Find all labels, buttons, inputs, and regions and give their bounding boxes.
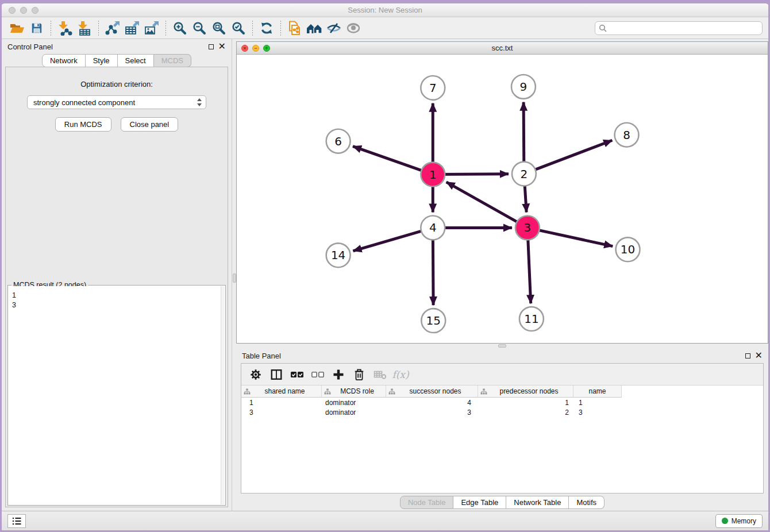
- tab-network-table[interactable]: Network Table: [506, 496, 569, 509]
- delete-table-icon: [374, 368, 387, 381]
- cell-mcds-role[interactable]: dominator: [322, 408, 386, 417]
- control-panel: Control Panel ✕ Network Style Select MCD…: [2, 39, 232, 511]
- import-table-button[interactable]: [75, 20, 94, 37]
- cell-predecessor-nodes[interactable]: 2: [478, 408, 573, 417]
- splitter-grip[interactable]: [498, 344, 506, 348]
- svg-text:10: 10: [621, 242, 635, 256]
- graph-node-4[interactable]: 4: [421, 215, 445, 240]
- tab-mcds[interactable]: MCDS: [154, 54, 191, 67]
- graph-node-3[interactable]: 3: [515, 215, 540, 240]
- close-panel-button[interactable]: Close panel: [121, 117, 179, 132]
- export-table-button[interactable]: [122, 20, 142, 37]
- zoom-out-button[interactable]: [190, 20, 209, 37]
- vertical-splitter[interactable]: [232, 39, 236, 511]
- hide-graphics-details-button[interactable]: [324, 20, 344, 37]
- delete-table-button-disabled[interactable]: [371, 367, 388, 383]
- zoom-in-button[interactable]: [170, 20, 190, 37]
- zoom-selected-button[interactable]: [229, 20, 248, 37]
- header-filler: [622, 385, 763, 398]
- graph-node-9[interactable]: 9: [511, 75, 536, 99]
- svg-text:9: 9: [520, 80, 528, 94]
- graph-node-14[interactable]: 14: [326, 243, 351, 267]
- graph-edge-3-1[interactable]: [446, 182, 528, 228]
- table-settings-button[interactable]: [247, 367, 264, 383]
- cell-mcds-role[interactable]: dominator: [322, 399, 386, 407]
- import-network-button[interactable]: [55, 20, 75, 37]
- home-button[interactable]: [305, 20, 324, 37]
- horizontal-splitter[interactable]: [236, 344, 768, 348]
- network-graph[interactable]: 7968124314101511: [237, 55, 768, 343]
- save-session-button[interactable]: [27, 20, 47, 37]
- right-column: × − + scc.txt 7968124314101511 Table Pan…: [236, 39, 768, 511]
- duplicate-network-button[interactable]: [285, 20, 305, 37]
- cell-predecessor-nodes[interactable]: 1: [478, 399, 573, 407]
- graph-node-15[interactable]: 15: [421, 309, 445, 333]
- cell-shared-name[interactable]: 3: [241, 408, 322, 417]
- run-mcds-button[interactable]: Run MCDS: [55, 117, 111, 132]
- export-network-button[interactable]: [103, 20, 122, 37]
- column-header-name[interactable]: name: [573, 385, 622, 398]
- add-column-button[interactable]: [330, 367, 347, 383]
- delete-column-button[interactable]: [351, 367, 368, 383]
- split-panel-button[interactable]: [268, 367, 285, 383]
- graph-node-10[interactable]: 10: [616, 237, 640, 261]
- zoom-selected-icon: [232, 21, 245, 35]
- tab-edge-table[interactable]: Edge Table: [453, 496, 506, 509]
- unselect-all-columns-button[interactable]: [309, 367, 326, 383]
- svg-text:8: 8: [623, 128, 630, 142]
- criterion-select[interactable]: strongly connected component: [27, 95, 206, 109]
- function-builder-button-disabled[interactable]: f(x): [392, 367, 409, 383]
- zoom-fit-icon: [212, 21, 226, 35]
- zoom-fit-button[interactable]: [209, 20, 229, 37]
- graph-node-7[interactable]: 7: [421, 76, 445, 100]
- cell-successor-nodes[interactable]: 3: [386, 408, 478, 417]
- splitter-grip[interactable]: [233, 273, 236, 283]
- graph-edge-2-8[interactable]: [524, 140, 612, 174]
- select-all-columns-button[interactable]: [288, 367, 306, 383]
- graph-node-6[interactable]: 6: [326, 129, 351, 153]
- search-input[interactable]: [609, 24, 759, 32]
- show-graphics-details-button[interactable]: [344, 20, 363, 37]
- graph-node-1[interactable]: 1: [421, 163, 445, 187]
- checked-boxes-icon: [290, 369, 304, 380]
- graph-edge-3-10[interactable]: [528, 228, 613, 246]
- column-header-mcds-role[interactable]: MCDS role: [322, 385, 386, 398]
- tab-motifs[interactable]: Motifs: [569, 496, 605, 509]
- tab-style[interactable]: Style: [86, 54, 118, 67]
- search-field[interactable]: [595, 21, 763, 35]
- table-row[interactable]: 1 dominator 4 1 1: [241, 398, 763, 407]
- table-header-row: shared name MCDS role: [241, 385, 763, 398]
- close-panel-icon[interactable]: ✕: [755, 351, 763, 360]
- plus-icon: [332, 368, 345, 381]
- graph-node-8[interactable]: 8: [615, 123, 639, 147]
- refresh-button[interactable]: [257, 20, 276, 37]
- task-history-button[interactable]: [7, 514, 26, 528]
- toolbar-separator: [252, 21, 253, 36]
- open-session-button[interactable]: [7, 20, 27, 37]
- memory-label: Memory: [732, 517, 756, 525]
- tab-network[interactable]: Network: [42, 54, 86, 67]
- unchecked-boxes-icon: [311, 369, 325, 380]
- graph-node-2[interactable]: 2: [512, 162, 536, 186]
- column-header-successor-nodes[interactable]: successor nodes: [386, 385, 478, 398]
- graph-node-11[interactable]: 11: [519, 307, 544, 331]
- cell-shared-name[interactable]: 1: [241, 399, 322, 407]
- cell-name[interactable]: 3: [573, 408, 622, 417]
- tab-select[interactable]: Select: [118, 54, 154, 67]
- float-panel-icon[interactable]: [745, 353, 750, 358]
- cell-successor-nodes[interactable]: 4: [386, 399, 478, 407]
- tab-node-table[interactable]: Node Table: [400, 496, 454, 509]
- close-panel-icon[interactable]: ✕: [218, 42, 226, 51]
- memory-button[interactable]: Memory: [715, 514, 763, 528]
- double-house-icon: [306, 22, 322, 34]
- export-image-button[interactable]: [142, 20, 161, 37]
- cell-name[interactable]: 1: [573, 399, 622, 407]
- float-panel-icon[interactable]: [209, 44, 214, 49]
- network-canvas[interactable]: 7968124314101511: [237, 55, 768, 343]
- column-header-shared-name[interactable]: shared name: [241, 385, 322, 398]
- result-scrollbar[interactable]: [221, 286, 225, 504]
- column-header-predecessor-nodes[interactable]: predecessor nodes: [478, 385, 573, 398]
- table-row[interactable]: 3 dominator 3 2 3: [241, 407, 763, 417]
- svg-text:4: 4: [429, 221, 437, 234]
- mcds-result-text[interactable]: 1 3: [9, 286, 221, 504]
